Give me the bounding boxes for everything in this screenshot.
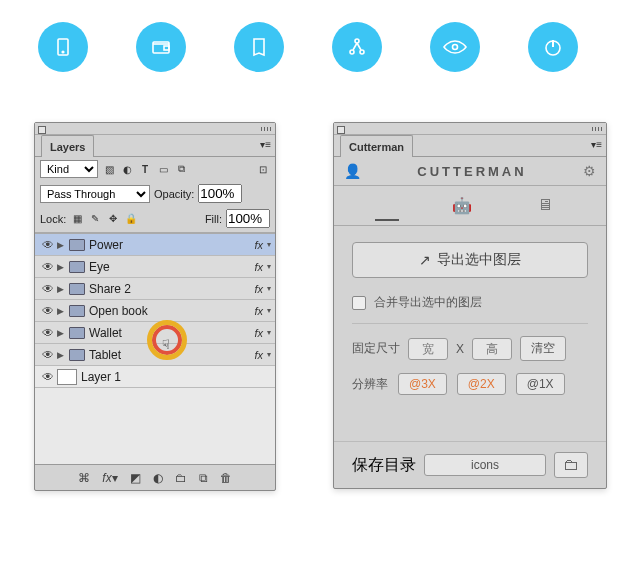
chevron-down-icon[interactable]: ▾ [267, 350, 271, 359]
fx-badge[interactable]: fx [254, 327, 267, 339]
filter-smart-icon[interactable]: ⧉ [174, 162, 188, 176]
new-group-icon[interactable]: 🗀 [175, 471, 187, 485]
filter-type-icon[interactable]: T [138, 162, 152, 176]
link-icon[interactable]: ⌘ [78, 471, 90, 485]
panel-menu-icon[interactable]: ▾≡ [260, 139, 271, 150]
expand-icon[interactable]: ▶ [57, 328, 69, 338]
svg-rect-3 [164, 46, 169, 50]
layers-tab[interactable]: Layers [41, 135, 94, 157]
folder-icon [69, 261, 85, 273]
lock-trans-icon[interactable]: ▦ [70, 212, 84, 226]
blend-mode-select[interactable]: Pass Through [40, 185, 150, 203]
filter-pixel-icon[interactable]: ▧ [102, 162, 116, 176]
expand-icon[interactable]: ▶ [57, 284, 69, 294]
visibility-icon[interactable]: 👁 [39, 326, 57, 340]
wallet-icon [136, 22, 186, 72]
panel-menu-icon[interactable]: ▾≡ [591, 139, 602, 150]
merge-row: 合并导出选中的图层 [334, 288, 606, 317]
fill-input[interactable] [226, 209, 270, 228]
folder-icon [69, 327, 85, 339]
layer-list: 👁▶Powerfx▾ 👁▶Eyefx▾ 👁▶Share 2fx▾ 👁▶Open … [35, 233, 275, 464]
lock-row: Lock: ▦ ✎ ✥ 🔒 Fill: [35, 206, 275, 233]
filter-adjust-icon[interactable]: ◐ [120, 162, 134, 176]
layer-row[interactable]: 👁▶Tabletfx▾ [35, 344, 275, 366]
visibility-icon[interactable]: 👁 [39, 282, 57, 296]
merge-label: 合并导出选中的图层 [374, 294, 482, 311]
cutterman-tab[interactable]: Cutterman [340, 135, 413, 157]
settings-icon[interactable]: ⚙ [583, 163, 596, 179]
panel-drag-bar[interactable] [334, 123, 606, 135]
fx-badge[interactable]: fx [254, 239, 267, 251]
chevron-down-icon[interactable]: ▾ [267, 240, 271, 249]
lock-move-icon[interactable]: ✥ [106, 212, 120, 226]
new-layer-icon[interactable]: ⧉ [199, 471, 208, 485]
top-icon-row [0, 0, 644, 94]
expand-icon[interactable]: ▶ [57, 306, 69, 316]
layer-row[interactable]: 👁▶Powerfx▾ [35, 234, 275, 256]
dir-input[interactable]: icons [424, 454, 546, 476]
adjustment-icon[interactable]: ◐ [153, 471, 163, 485]
visibility-icon[interactable]: 👁 [39, 304, 57, 318]
opacity-label: Opacity: [154, 188, 194, 200]
fx-badge[interactable]: fx [254, 261, 267, 273]
kind-select[interactable]: Kind [40, 160, 98, 178]
web-tab[interactable]: 🖥 [525, 190, 565, 221]
trash-icon[interactable]: 🗑 [220, 471, 232, 485]
mask-icon[interactable]: ◩ [130, 471, 141, 485]
layer-row[interactable]: 👁▶Open bookfx▾ [35, 300, 275, 322]
fx-badge[interactable]: fx [254, 283, 267, 295]
lock-all-icon[interactable]: 🔒 [124, 212, 138, 226]
layer-row[interactable]: 👁▶Share 2fx▾ [35, 278, 275, 300]
visibility-icon[interactable]: 👁 [39, 370, 57, 384]
svg-point-1 [62, 51, 64, 53]
export-label: 导出选中图层 [437, 251, 521, 269]
expand-icon[interactable]: ▶ [57, 350, 69, 360]
filter-toggle-icon[interactable]: ⊡ [256, 162, 270, 176]
lock-label: Lock: [40, 213, 66, 225]
svg-point-4 [350, 50, 354, 54]
opacity-input[interactable] [198, 184, 242, 203]
chevron-down-icon[interactable]: ▾ [267, 284, 271, 293]
size-row: 固定尺寸 X 清空 [334, 330, 606, 367]
res-2x-button[interactable]: @2X [457, 373, 506, 395]
expand-icon[interactable]: ▶ [57, 240, 69, 250]
filter-shape-icon[interactable]: ▭ [156, 162, 170, 176]
fx-badge[interactable]: fx [254, 305, 267, 317]
width-input[interactable] [408, 338, 448, 360]
res-3x-button[interactable]: @3X [398, 373, 447, 395]
svg-point-6 [355, 39, 359, 43]
visibility-icon[interactable]: 👁 [39, 260, 57, 274]
lock-paint-icon[interactable]: ✎ [88, 212, 102, 226]
merge-checkbox[interactable] [352, 296, 366, 310]
height-input[interactable] [472, 338, 512, 360]
save-label: 保存目录 [352, 455, 416, 476]
export-button[interactable]: ↗ 导出选中图层 [352, 242, 588, 278]
browse-button[interactable]: 🗀 [554, 452, 588, 478]
res-1x-button[interactable]: @1X [516, 373, 565, 395]
chevron-down-icon[interactable]: ▾ [267, 262, 271, 271]
panel-tabs: Layers ▾≡ [35, 135, 275, 157]
separator [352, 323, 588, 324]
layers-footer: ⌘ fx▾ ◩ ◐ 🗀 ⧉ 🗑 [35, 464, 275, 490]
fx-menu-icon[interactable]: fx▾ [102, 471, 117, 485]
tablet-icon [38, 22, 88, 72]
layer-row[interactable]: 👁▶Eyefx▾ [35, 256, 275, 278]
ios-tab[interactable] [375, 190, 399, 221]
expand-icon[interactable]: ▶ [57, 262, 69, 272]
layer-name: Open book [89, 304, 148, 318]
chevron-down-icon[interactable]: ▾ [267, 306, 271, 315]
clear-button[interactable]: 清空 [520, 336, 566, 361]
svg-point-5 [360, 50, 364, 54]
chevron-down-icon[interactable]: ▾ [267, 328, 271, 337]
user-icon[interactable]: 👤 [344, 163, 361, 179]
svg-point-7 [453, 45, 458, 50]
layer-row[interactable]: 👁▶Walletfx▾ [35, 322, 275, 344]
layer-row[interactable]: 👁Layer 1 [35, 366, 275, 388]
visibility-icon[interactable]: 👁 [39, 348, 57, 362]
layer-thumb [57, 369, 77, 385]
fx-badge[interactable]: fx [254, 349, 267, 361]
panel-drag-bar[interactable] [35, 123, 275, 135]
visibility-icon[interactable]: 👁 [39, 238, 57, 252]
layer-name: Share 2 [89, 282, 131, 296]
android-tab[interactable]: 🤖 [440, 190, 484, 221]
